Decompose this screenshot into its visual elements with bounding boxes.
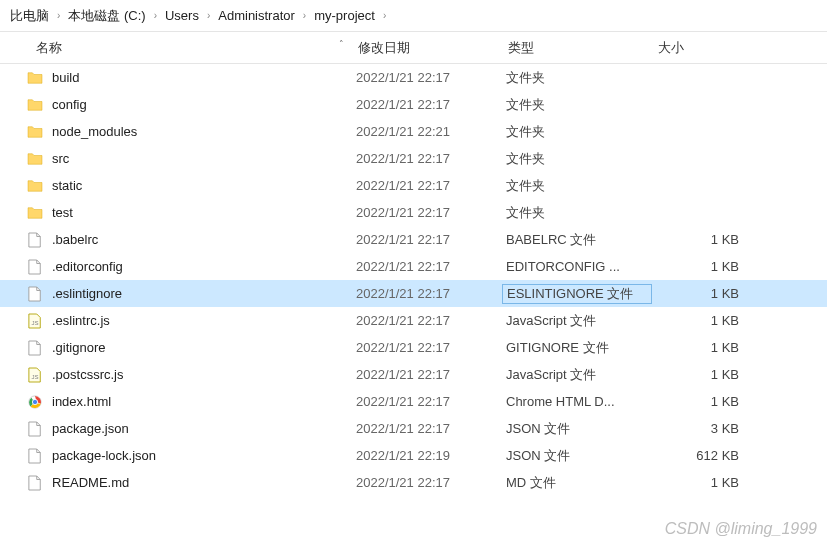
file-name: .babelrc: [52, 232, 356, 247]
file-name: config: [52, 97, 356, 112]
file-name: static: [52, 178, 356, 193]
file-row[interactable]: node_modules2022/1/21 22:21文件夹: [0, 118, 827, 145]
js-icon: [26, 366, 44, 384]
file-name: .postcssrc.js: [52, 367, 356, 382]
file-row[interactable]: .eslintrc.js2022/1/21 22:17JavaScript 文件…: [0, 307, 827, 334]
file-type: 文件夹: [506, 177, 656, 195]
file-type: MD 文件: [506, 474, 656, 492]
folder-icon: [26, 96, 44, 114]
file-date: 2022/1/21 22:17: [356, 421, 506, 436]
file-type: EDITORCONFIG ...: [506, 259, 656, 274]
chrome-icon: [26, 393, 44, 411]
file-type: JavaScript 文件: [506, 312, 656, 330]
file-type: 文件夹: [506, 204, 656, 222]
chevron-right-icon: ›: [57, 10, 60, 21]
file-date: 2022/1/21 22:17: [356, 313, 506, 328]
file-type: Chrome HTML D...: [506, 394, 656, 409]
file-date: 2022/1/21 22:21: [356, 124, 506, 139]
column-header-date[interactable]: 修改日期: [350, 35, 500, 61]
file-date: 2022/1/21 22:17: [356, 151, 506, 166]
file-name: build: [52, 70, 356, 85]
js-icon: [26, 312, 44, 330]
chevron-right-icon: ›: [383, 10, 386, 21]
breadcrumb-seg[interactable]: Users: [161, 6, 203, 25]
file-icon: [26, 258, 44, 276]
breadcrumb-seg[interactable]: my-project: [310, 6, 379, 25]
file-name: .eslintrc.js: [52, 313, 356, 328]
file-type: JSON 文件: [506, 447, 656, 465]
file-row[interactable]: static2022/1/21 22:17文件夹: [0, 172, 827, 199]
sort-indicator-icon: ˄: [339, 39, 344, 49]
file-row[interactable]: index.html2022/1/21 22:17Chrome HTML D..…: [0, 388, 827, 415]
file-name: index.html: [52, 394, 356, 409]
file-size: 1 KB: [656, 475, 819, 490]
file-size: 612 KB: [656, 448, 819, 463]
file-type: BABELRC 文件: [506, 231, 656, 249]
breadcrumb-seg[interactable]: Administrator: [214, 6, 299, 25]
file-type: JSON 文件: [506, 420, 656, 438]
file-row[interactable]: .babelrc2022/1/21 22:17BABELRC 文件1 KB: [0, 226, 827, 253]
file-type: ESLINTIGNORE 文件: [502, 284, 652, 304]
file-date: 2022/1/21 22:17: [356, 70, 506, 85]
file-icon: [26, 339, 44, 357]
file-type: 文件夹: [506, 123, 656, 141]
file-date: 2022/1/21 22:17: [356, 367, 506, 382]
column-header-type[interactable]: 类型: [500, 35, 650, 61]
chevron-right-icon: ›: [207, 10, 210, 21]
file-name: test: [52, 205, 356, 220]
file-icon: [26, 420, 44, 438]
file-size: 1 KB: [656, 313, 819, 328]
file-type: 文件夹: [506, 150, 656, 168]
file-name: package-lock.json: [52, 448, 356, 463]
file-size: 1 KB: [656, 394, 819, 409]
file-date: 2022/1/21 22:17: [356, 178, 506, 193]
column-header-name[interactable]: 名称 ˄: [0, 35, 350, 61]
file-name: .editorconfig: [52, 259, 356, 274]
file-row[interactable]: config2022/1/21 22:17文件夹: [0, 91, 827, 118]
file-date: 2022/1/21 22:17: [356, 286, 506, 301]
folder-icon: [26, 150, 44, 168]
file-name: node_modules: [52, 124, 356, 139]
chevron-right-icon: ›: [154, 10, 157, 21]
file-date: 2022/1/21 22:17: [356, 394, 506, 409]
folder-icon: [26, 204, 44, 222]
breadcrumb-seg[interactable]: 本地磁盘 (C:): [64, 5, 149, 27]
file-size: 1 KB: [656, 259, 819, 274]
file-row[interactable]: .eslintignore2022/1/21 22:17ESLINTIGNORE…: [0, 280, 827, 307]
column-label: 类型: [508, 40, 534, 55]
file-name: .gitignore: [52, 340, 356, 355]
column-label: 名称: [36, 40, 62, 55]
file-row[interactable]: package-lock.json2022/1/21 22:19JSON 文件6…: [0, 442, 827, 469]
file-icon: [26, 447, 44, 465]
file-name: README.md: [52, 475, 356, 490]
file-icon: [26, 285, 44, 303]
file-date: 2022/1/21 22:17: [356, 340, 506, 355]
file-row[interactable]: build2022/1/21 22:17文件夹: [0, 64, 827, 91]
file-row[interactable]: .gitignore2022/1/21 22:17GITIGNORE 文件1 K…: [0, 334, 827, 361]
file-row[interactable]: .postcssrc.js2022/1/21 22:17JavaScript 文…: [0, 361, 827, 388]
file-type: 文件夹: [506, 69, 656, 87]
folder-icon: [26, 69, 44, 87]
folder-icon: [26, 123, 44, 141]
file-date: 2022/1/21 22:17: [356, 475, 506, 490]
file-type: JavaScript 文件: [506, 366, 656, 384]
breadcrumb: 比电脑 › 本地磁盘 (C:) › Users › Administrator …: [0, 0, 827, 32]
file-size: 1 KB: [656, 340, 819, 355]
column-header-size[interactable]: 大小: [650, 35, 827, 61]
file-size: 1 KB: [652, 286, 819, 301]
file-row[interactable]: .editorconfig2022/1/21 22:17EDITORCONFIG…: [0, 253, 827, 280]
file-row[interactable]: test2022/1/21 22:17文件夹: [0, 199, 827, 226]
breadcrumb-seg[interactable]: 比电脑: [6, 5, 53, 27]
folder-icon: [26, 177, 44, 195]
file-row[interactable]: package.json2022/1/21 22:17JSON 文件3 KB: [0, 415, 827, 442]
file-icon: [26, 231, 44, 249]
file-row[interactable]: README.md2022/1/21 22:17MD 文件1 KB: [0, 469, 827, 496]
chevron-right-icon: ›: [303, 10, 306, 21]
file-name: src: [52, 151, 356, 166]
file-name: package.json: [52, 421, 356, 436]
column-label: 修改日期: [358, 40, 410, 55]
file-row[interactable]: src2022/1/21 22:17文件夹: [0, 145, 827, 172]
file-name: .eslintignore: [52, 286, 356, 301]
file-size: 3 KB: [656, 421, 819, 436]
file-date: 2022/1/21 22:17: [356, 232, 506, 247]
